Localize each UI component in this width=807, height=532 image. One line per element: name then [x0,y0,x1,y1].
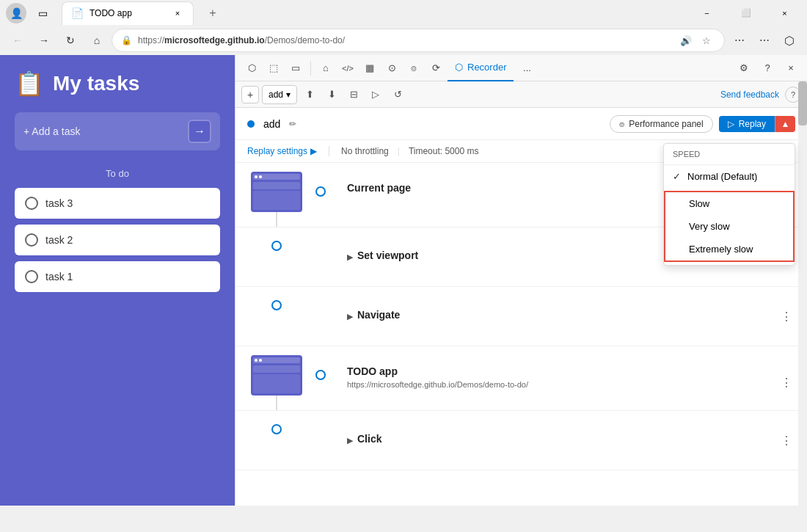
step-5-expand-icon[interactable]: ▶ [347,436,353,445]
home-tool-btn[interactable]: ⌂ [315,58,336,79]
timeline-dot-4 [315,370,326,380]
minimize-btn[interactable]: − [690,2,723,24]
rec-move-up-btn[interactable]: ⬆ [300,85,319,104]
inspect-tool-btn[interactable]: ⬡ [241,58,262,79]
recording-header: add ✏ ⌾ Performance panel ▷ Replay ▲ [235,108,807,140]
step-5-more-btn[interactable]: ⋮ [778,431,795,449]
rec-delete-btn[interactable]: ⊟ [344,85,363,104]
pipe-separator: | [398,146,400,156]
app-header: 📋 My tasks [15,70,220,98]
url-text: https://microsoftedge.github.io/Demos/de… [138,35,345,45]
toolbar-divider [310,61,311,76]
task-3-checkbox[interactable] [25,197,38,210]
dt-close-btn[interactable]: × [781,58,801,79]
address-bar[interactable]: 🔒 https://microsoftedge.github.io/Demos/… [112,29,725,52]
step-4-more-btn[interactable]: ⋮ [778,374,795,392]
back-btn[interactable]: ← [6,29,29,52]
timeline-dot-3-wrap [247,299,306,310]
maximize-btn[interactable]: ⬜ [729,2,762,24]
layers-tool-btn[interactable]: ▦ [359,58,380,79]
replay-play-icon: ▷ [728,119,734,129]
speed-option-normal[interactable]: Normal (Default) [664,165,795,188]
recording-content: add ✏ ⌾ Performance panel ▷ Replay ▲ [235,108,807,506]
speed-option-extremely-slow[interactable]: Extremely slow [665,238,793,260]
app-title: My tasks [53,72,139,95]
edit-recording-btn[interactable]: ✏ [289,119,296,129]
add-task-row[interactable]: + Add a task → [15,112,220,150]
app-icon: 📋 [15,70,44,98]
tab-title: TODO app [90,8,165,18]
task-2-checkbox[interactable] [25,233,38,247]
favorites-icon[interactable]: ☆ [698,32,715,49]
step-click: ▶ Click ⋮ [235,411,807,470]
add-task-submit-btn[interactable]: → [188,120,211,143]
replay-dropdown-btn[interactable]: ▲ [775,116,795,132]
dt-help-btn[interactable]: ? [757,58,778,79]
step-3-title: Navigate [357,309,400,321]
dt-more-tools-btn[interactable]: ... [516,58,537,79]
dt-actions-right: ⚙ ? × [732,58,801,79]
timeline-dot-2-wrap [247,239,306,251]
recording-name: add [263,118,280,130]
speed-dropdown: Speed Normal (Default) Slow Very slow Ex… [663,143,795,266]
console-tool-btn[interactable]: ⬚ [263,58,284,79]
rec-undo-btn[interactable]: ↺ [388,85,407,104]
replay-label: Replay [739,119,766,129]
scrollbar-thumb[interactable] [798,81,807,125]
forward-btn[interactable]: → [32,29,56,52]
speed-option-very-slow[interactable]: Very slow [665,215,793,238]
task-item-2: task 2 [15,225,220,255]
recorder-select[interactable]: add ▾ [262,85,297,104]
perf-tool-btn[interactable]: ⟳ [426,58,446,79]
bug-tool-btn[interactable]: ⊙ [381,58,402,79]
screenshot-current-page [251,172,302,212]
collections-icon[interactable]: ⋯ [728,29,751,52]
network-tool-btn[interactable]: ⌾ [404,58,424,79]
rec-move-down-btn[interactable]: ⬇ [322,85,341,104]
address-icons: 🔊 ☆ [677,32,715,49]
titlebar: 👤 ▭ 📄 TODO app × + − ⬜ × [0,0,807,26]
scrollbar-track[interactable] [798,81,807,506]
replay-settings-arrow: ▶ [310,146,317,156]
new-tab-btn[interactable]: + [202,3,223,23]
rec-play-btn[interactable]: ▷ [366,85,385,104]
replay-settings-link[interactable]: Replay settings ▶ [247,146,317,156]
panel-tool-btn[interactable]: ▭ [285,58,306,79]
add-task-label: + Add a task [23,125,182,137]
step-3-more-btn[interactable]: ⋮ [778,307,795,325]
replay-settings-label: Replay settings [247,146,307,156]
tab-close-btn[interactable]: × [171,7,184,20]
task-item-1: task 1 [15,261,220,292]
timeline-dot-1-wrap [306,172,335,197]
edge-icon[interactable]: ⬡ [778,29,801,52]
task-1-checkbox[interactable] [25,270,38,283]
perf-panel-label: Performance panel [629,119,703,129]
step-5-content: ▶ Click [335,423,778,458]
home-btn[interactable]: ⌂ [85,29,109,52]
speed-option-slow[interactable]: Slow [665,192,793,215]
settings-icon[interactable]: ⋯ [753,29,776,52]
timeline-dot-3 [271,300,282,310]
recorder-tab[interactable]: ⬡ Recorder [448,55,514,81]
read-aloud-icon[interactable]: 🔊 [677,32,695,49]
dt-settings-btn[interactable]: ⚙ [734,58,754,79]
step-2-expand-icon[interactable]: ▶ [347,252,353,262]
perf-panel-btn[interactable]: ⌾ Performance panel [610,115,712,133]
sidebar-toggle[interactable]: ▭ [32,3,53,23]
close-btn[interactable]: × [768,2,801,24]
recording-dot [247,120,255,128]
refresh-btn[interactable]: ↻ [59,29,82,52]
replay-btn[interactable]: ▷ Replay [719,116,775,132]
timeline-dot-4-wrap [306,355,335,380]
profile-icon[interactable]: 👤 [6,3,26,23]
active-tab[interactable]: 📄 TODO app × [62,1,194,25]
replay-dropdown-icon: ▲ [781,119,790,129]
send-feedback-link[interactable]: Send feedback [720,90,779,100]
recorder-add-btn[interactable]: + [241,86,259,103]
step-3-expand-icon[interactable]: ▶ [347,312,353,321]
recorder-tab-label: Recorder [467,62,506,73]
elements-tool-btn[interactable]: </> [337,58,358,79]
recorder-subtoolbar: + add ▾ ⬆ ⬇ ⊟ ▷ ↺ Send feedback ? [235,81,807,108]
step-2-title: Set viewport [357,249,418,261]
timeline-column-4 [247,355,306,410]
